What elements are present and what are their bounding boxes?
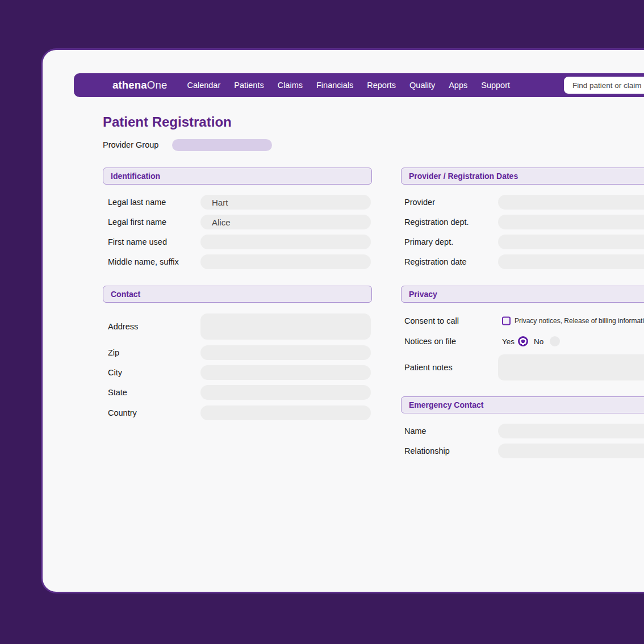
registration-dept-field[interactable] <box>498 215 644 229</box>
yes-label: Yes <box>502 337 515 346</box>
middle-name-suffix-field[interactable] <box>200 254 371 269</box>
form-row: Name <box>401 424 644 438</box>
page-title: Patient Registration <box>103 114 232 130</box>
no-label: No <box>534 337 543 346</box>
search-input[interactable] <box>564 77 644 94</box>
nav-item-reports[interactable]: Reports <box>367 81 396 90</box>
primary-dept-field[interactable] <box>498 235 644 249</box>
section-contact: Contact Address Zip City State Country <box>103 286 372 433</box>
notices-on-file-label: Notices on file <box>404 334 456 349</box>
field-value: Hart <box>212 198 228 207</box>
form-row: Registration dept. <box>401 215 644 229</box>
nav-item-patients[interactable]: Patients <box>234 81 264 90</box>
country-field[interactable] <box>200 405 371 420</box>
section-emergency-contact: Emergency Contact Name Relationship <box>401 396 644 470</box>
form-row: Middle name, suffix <box>103 254 372 269</box>
section-header-contact: Contact <box>103 286 372 303</box>
emergency-name-label: Name <box>404 424 426 438</box>
nav-item-calendar[interactable]: Calendar <box>187 81 220 90</box>
address-label: Address <box>108 319 138 334</box>
section-header-emergency-contact: Emergency Contact <box>401 396 644 413</box>
address-field[interactable] <box>200 313 371 340</box>
patient-notes-label: Patient notes <box>404 360 453 375</box>
provider-field[interactable] <box>498 195 644 210</box>
zip-label: Zip <box>108 345 119 360</box>
city-field[interactable] <box>200 365 371 380</box>
nav-item-support[interactable]: Support <box>481 81 510 90</box>
form-row: Notices on file Yes No <box>401 334 644 349</box>
section-privacy: Privacy Consent to call Privacy notices,… <box>401 286 644 388</box>
brand-light: One <box>147 79 168 91</box>
top-navbar: athenaOne Calendar Patients Claims Finan… <box>74 73 644 97</box>
state-label: State <box>108 385 127 400</box>
form-row: State <box>103 385 372 400</box>
nav-item-quality[interactable]: Quality <box>409 81 435 90</box>
provider-label: Provider <box>404 195 435 210</box>
form-row: Consent to call Privacy notices, Release… <box>401 313 644 328</box>
consent-description: Privacy notices, Release of billing info… <box>515 317 644 325</box>
provider-group-label: Provider Group <box>103 139 158 151</box>
provider-group-field[interactable] <box>172 139 272 151</box>
section-header-provider-dates: Provider / Registration Dates <box>401 168 644 185</box>
section-provider-dates: Provider / Registration Dates Provider R… <box>401 168 644 281</box>
form-row: Legal last name Hart <box>103 195 372 210</box>
primary-dept-label: Primary dept. <box>404 235 453 249</box>
legal-last-name-field[interactable]: Hart <box>200 195 371 210</box>
city-label: City <box>108 365 122 380</box>
patient-notes-field[interactable] <box>498 354 644 380</box>
nav-item-apps[interactable]: Apps <box>449 81 467 90</box>
consent-to-call-label: Consent to call <box>404 313 459 328</box>
registration-date-label: Registration date <box>404 254 467 269</box>
emergency-name-field[interactable] <box>498 424 644 438</box>
form-row: Registration date <box>401 254 644 269</box>
nav-item-financials[interactable]: Financials <box>316 81 353 90</box>
legal-last-name-label: Legal last name <box>108 195 166 210</box>
section-header-privacy: Privacy <box>401 286 644 303</box>
zip-field[interactable] <box>200 345 371 360</box>
country-label: Country <box>108 405 137 420</box>
consent-checkbox[interactable] <box>502 317 511 325</box>
form-row: First name used <box>103 235 372 249</box>
emergency-relationship-field[interactable] <box>498 444 644 458</box>
form-row: Legal first name Alice <box>103 215 372 229</box>
state-field[interactable] <box>200 385 371 400</box>
form-row: Relationship <box>401 444 644 458</box>
section-identification: Identification Legal last name Hart Lega… <box>103 168 372 281</box>
form-row: Zip <box>103 345 372 360</box>
notices-no-radio[interactable] <box>550 336 560 346</box>
main-card: athenaOne Calendar Patients Claims Finan… <box>43 50 644 592</box>
brand-bold: athena <box>112 79 147 91</box>
form-row: Primary dept. <box>401 235 644 249</box>
legal-first-name-field[interactable]: Alice <box>200 215 371 229</box>
form-row: Country <box>103 405 372 420</box>
middle-name-suffix-label: Middle name, suffix <box>108 254 179 269</box>
emergency-relationship-label: Relationship <box>404 444 450 458</box>
field-value: Alice <box>212 218 231 227</box>
first-name-used-label: First name used <box>108 235 167 249</box>
registration-date-field[interactable] <box>498 254 644 269</box>
form-row: Provider <box>401 195 644 210</box>
registration-dept-label: Registration dept. <box>404 215 469 229</box>
form-row: City <box>103 365 372 380</box>
legal-first-name-label: Legal first name <box>108 215 166 229</box>
nav-item-claims[interactable]: Claims <box>278 81 303 90</box>
first-name-used-field[interactable] <box>200 235 371 249</box>
nav-menu: Calendar Patients Claims Financials Repo… <box>187 81 510 90</box>
notices-yes-radio[interactable] <box>518 336 528 346</box>
section-header-identification: Identification <box>103 168 372 185</box>
athenaone-logo[interactable]: athenaOne <box>112 79 167 91</box>
